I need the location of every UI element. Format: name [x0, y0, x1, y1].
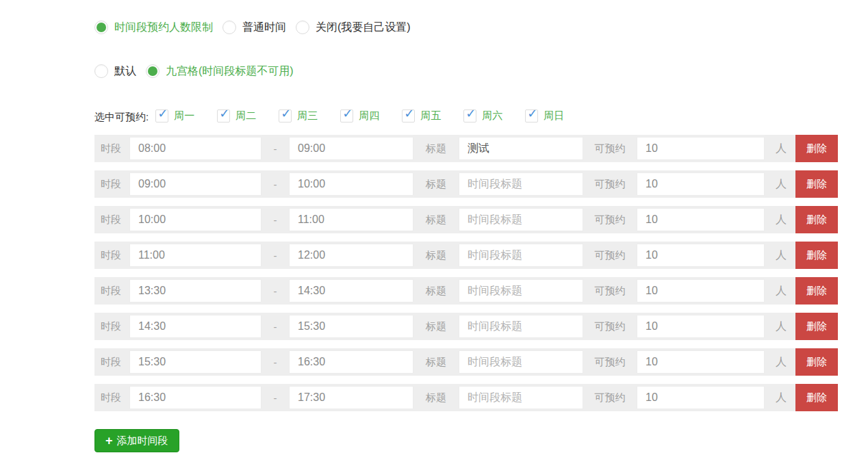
- start-time-input[interactable]: [129, 279, 261, 302]
- capacity-input[interactable]: [637, 279, 765, 302]
- delete-button[interactable]: 删除: [795, 384, 838, 411]
- radio-option-label: 九宫格(时间段标题不可用): [166, 64, 294, 79]
- delete-button[interactable]: 删除: [795, 242, 838, 269]
- delete-button[interactable]: 删除: [795, 277, 838, 305]
- weekday-checkbox-7[interactable]: ✓周日: [525, 109, 564, 122]
- dash-separator: -: [264, 206, 287, 233]
- capacity-input[interactable]: [637, 208, 765, 231]
- end-time-input[interactable]: [289, 350, 413, 374]
- start-time-input[interactable]: [129, 208, 261, 231]
- mode-radio-group: 时间段预约人数限制普通时间关闭(我要自己设置): [94, 19, 838, 36]
- title-label: 标题: [416, 277, 457, 305]
- title-input[interactable]: [459, 244, 583, 267]
- title-input[interactable]: [459, 208, 583, 231]
- title-label: 标题: [416, 313, 457, 340]
- unit-label: 人: [767, 313, 795, 340]
- end-time-cell: [287, 384, 416, 411]
- delete-button[interactable]: 删除: [795, 313, 838, 340]
- weekday-checkbox-3[interactable]: ✓周三: [279, 109, 318, 122]
- start-time-cell: [127, 242, 264, 269]
- end-time-cell: [287, 170, 416, 198]
- start-time-input[interactable]: [129, 172, 261, 196]
- checkbox-icon: ✓: [525, 109, 538, 122]
- title-input[interactable]: [459, 315, 583, 338]
- title-input[interactable]: [459, 350, 583, 374]
- add-slot-button-label: 添加时间段: [117, 435, 168, 448]
- radio-unselected-icon: [296, 21, 309, 34]
- weekday-section: 选中可预约: ✓周一✓周二✓周三✓周四✓周五✓周六✓周日: [94, 108, 838, 126]
- capacity-input[interactable]: [637, 172, 765, 196]
- delete-button[interactable]: 删除: [795, 135, 838, 162]
- checkmark-icon: ✓: [527, 106, 537, 121]
- end-time-input[interactable]: [289, 386, 413, 409]
- start-time-cell: [127, 348, 264, 376]
- start-time-input[interactable]: [129, 137, 261, 160]
- capacity-label: 可预约: [585, 206, 635, 233]
- weekday-checkbox-6[interactable]: ✓周六: [463, 109, 502, 122]
- capacity-cell: [635, 348, 767, 376]
- checkmark-icon: ✓: [281, 106, 291, 121]
- add-slot-button[interactable]: + 添加时间段: [94, 429, 179, 452]
- title-cell: [457, 277, 585, 305]
- layout-radio-group: 默认九宫格(时间段标题不可用): [94, 63, 838, 79]
- title-input[interactable]: [459, 172, 583, 196]
- title-label: 标题: [416, 348, 457, 376]
- end-time-input[interactable]: [289, 172, 413, 196]
- end-time-input[interactable]: [289, 208, 413, 231]
- end-time-input[interactable]: [289, 244, 413, 267]
- radio-option-mode_radio_group-0[interactable]: 时间段预约人数限制: [94, 21, 213, 35]
- slot-row: 时段-标题可预约人删除: [94, 384, 838, 411]
- start-time-cell: [127, 170, 264, 198]
- end-time-input[interactable]: [289, 137, 413, 160]
- capacity-cell: [635, 313, 767, 340]
- checkmark-icon: ✓: [342, 106, 353, 121]
- weekday-checkbox-5[interactable]: ✓周五: [402, 109, 441, 122]
- weekday-label: 周三: [297, 109, 318, 122]
- title-cell: [457, 170, 585, 198]
- weekday-checkbox-1[interactable]: ✓周一: [155, 109, 194, 122]
- unit-label: 人: [767, 206, 795, 233]
- unit-label: 人: [767, 384, 795, 411]
- weekday-label: 周一: [174, 109, 194, 122]
- dash-separator: -: [264, 242, 287, 269]
- capacity-input[interactable]: [637, 137, 765, 160]
- capacity-input[interactable]: [637, 315, 765, 338]
- slot-row: 时段-标题可预约人删除: [94, 206, 838, 233]
- title-input[interactable]: [459, 386, 583, 409]
- weekday-checkbox-2[interactable]: ✓周二: [217, 109, 256, 122]
- capacity-input[interactable]: [637, 386, 765, 409]
- capacity-input[interactable]: [637, 350, 765, 374]
- period-label: 时段: [94, 242, 127, 269]
- delete-button[interactable]: 删除: [795, 170, 838, 198]
- checkbox-icon: ✓: [463, 109, 476, 122]
- start-time-input[interactable]: [129, 244, 261, 267]
- start-time-input[interactable]: [129, 315, 261, 338]
- unit-label: 人: [767, 277, 795, 305]
- end-time-input[interactable]: [289, 279, 413, 302]
- weekday-label: 周二: [235, 109, 256, 122]
- title-input[interactable]: [459, 279, 583, 302]
- time-slot-settings-panel: 时间段预约人数限制普通时间关闭(我要自己设置) 默认九宫格(时间段标题不可用) …: [94, 19, 838, 452]
- radio-option-layout_radio_group-1[interactable]: 九宫格(时间段标题不可用): [146, 64, 294, 79]
- radio-option-label: 默认: [114, 64, 136, 79]
- delete-button[interactable]: 删除: [795, 348, 838, 376]
- radio-option-layout_radio_group-0[interactable]: 默认: [94, 64, 136, 79]
- end-time-input[interactable]: [289, 315, 413, 338]
- slot-row: 时段-标题可预约人删除: [94, 170, 838, 198]
- title-input[interactable]: [459, 137, 583, 160]
- start-time-input[interactable]: [129, 350, 261, 374]
- checkbox-icon: ✓: [155, 109, 168, 122]
- radio-option-mode_radio_group-1[interactable]: 普通时间: [222, 21, 286, 35]
- checkbox-icon: ✓: [279, 109, 292, 122]
- title-cell: [457, 135, 585, 162]
- capacity-input[interactable]: [637, 244, 765, 267]
- radio-option-mode_radio_group-2[interactable]: 关闭(我要自己设置): [296, 21, 411, 35]
- radio-option-label: 时间段预约人数限制: [114, 21, 213, 35]
- checkbox-icon: ✓: [340, 109, 353, 122]
- period-label: 时段: [94, 206, 127, 233]
- capacity-cell: [635, 206, 767, 233]
- weekday-checkbox-4[interactable]: ✓周四: [340, 109, 379, 122]
- slot-row: 时段-标题可预约人删除: [94, 135, 838, 162]
- delete-button[interactable]: 删除: [795, 206, 838, 233]
- start-time-input[interactable]: [129, 386, 261, 409]
